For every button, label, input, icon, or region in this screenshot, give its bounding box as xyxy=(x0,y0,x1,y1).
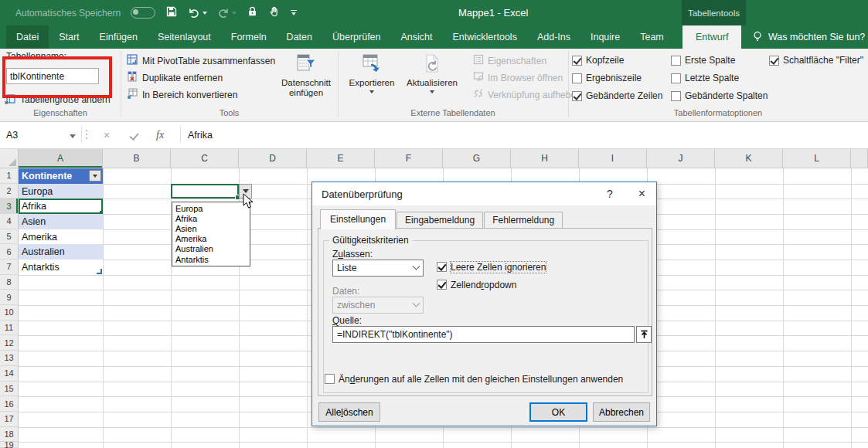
column-header-F[interactable]: F xyxy=(375,149,443,168)
checkbox-icon[interactable] xyxy=(671,73,681,83)
tab-addins[interactable]: Add-Ins xyxy=(527,25,580,49)
row-header-12[interactable]: 12 xyxy=(0,335,19,351)
column-header-B[interactable]: B xyxy=(103,149,171,168)
row-header-5[interactable]: 5 xyxy=(0,229,19,245)
option-erste-spalte[interactable]: Erste Spalte xyxy=(671,55,735,66)
caret-down-icon[interactable] xyxy=(430,90,434,93)
tab-seitenlayout[interactable]: Seitenlayout xyxy=(148,25,221,49)
row-header-16[interactable]: 16 xyxy=(0,396,19,412)
option-gebaenderte-zeilen[interactable]: Gebänderte Zeilen xyxy=(572,90,662,101)
tab-formeln[interactable]: Formeln xyxy=(221,25,277,49)
row-header-15[interactable]: 15 xyxy=(0,382,19,397)
option-letzte-spalte[interactable]: Letzte Spalte xyxy=(671,73,739,83)
tab-team[interactable]: Team xyxy=(630,25,674,49)
ignore-blank-checkbox[interactable]: Leere Zellen ignorieren xyxy=(437,262,546,273)
formula-input[interactable]: Afrika xyxy=(188,122,213,148)
tab-inquire[interactable]: Inquire xyxy=(580,25,630,49)
tab-daten[interactable]: Daten xyxy=(277,25,322,49)
column-header-E[interactable]: E xyxy=(307,149,375,168)
cell-A5[interactable]: Amerika xyxy=(19,229,103,245)
cell-A1[interactable]: Kontinente xyxy=(19,168,103,184)
ok-button[interactable]: OK xyxy=(529,402,587,422)
allow-select[interactable]: Liste xyxy=(332,260,424,277)
column-header-L[interactable]: L xyxy=(783,149,851,168)
checkbox-icon[interactable] xyxy=(572,56,582,66)
cell-C2-selection[interactable] xyxy=(171,184,239,199)
cell-A3[interactable]: Afrika xyxy=(19,199,103,214)
column-header-partial[interactable] xyxy=(851,149,868,168)
column-header-G[interactable]: G xyxy=(443,149,511,168)
option-ergebniszeile[interactable]: Ergebniszeile xyxy=(572,73,642,83)
row-header-6[interactable]: 6 xyxy=(0,244,19,260)
close-button[interactable]: × xyxy=(628,182,656,205)
help-button[interactable]: ? xyxy=(598,182,621,205)
row-header-17[interactable]: 17 xyxy=(0,412,19,427)
tab-ansicht[interactable]: Ansicht xyxy=(391,25,443,49)
option-gebaenderte-spalten[interactable]: Gebänderte Spalten xyxy=(671,90,768,101)
namebox-dropdown-icon[interactable] xyxy=(70,134,76,138)
undo-button[interactable] xyxy=(188,7,207,19)
checkbox-icon[interactable] xyxy=(572,73,582,83)
refresh-button[interactable]: Aktualisieren xyxy=(400,52,464,93)
checkbox-icon[interactable] xyxy=(572,91,582,101)
convert-to-range-button[interactable]: In Bereich konvertieren xyxy=(126,87,237,102)
checkbox-icon[interactable] xyxy=(437,262,447,272)
row-header-3[interactable]: 3 xyxy=(0,199,19,214)
dropdown-item[interactable]: Antarktis xyxy=(172,255,250,265)
column-header-I[interactable]: I xyxy=(579,149,647,168)
cell-A6[interactable]: Australien xyxy=(19,244,103,260)
autosave-toggle[interactable] xyxy=(131,7,155,19)
column-header-D[interactable]: D xyxy=(239,149,307,168)
insert-slicer-button[interactable]: Datenschnitt einfügen xyxy=(277,52,335,98)
option-kopfzeile[interactable]: Kopfzeile xyxy=(572,55,624,66)
dialog-tab-eingabemeldung[interactable]: Eingabemeldung xyxy=(397,212,483,229)
export-button[interactable]: Exportieren xyxy=(344,52,400,93)
clear-all-button[interactable]: Alle löschen xyxy=(318,402,380,422)
tab-entwurf[interactable]: Entwurf xyxy=(682,25,741,49)
fx-icon[interactable]: fx xyxy=(156,122,164,148)
cell-A7[interactable]: Antarktis xyxy=(19,260,103,275)
tab-start[interactable]: Start xyxy=(49,25,89,49)
dropdown-item[interactable]: Afrika xyxy=(172,214,250,224)
summarize-pivot-button[interactable]: Mit PivotTable zusammenfassen xyxy=(126,53,275,68)
dropdown-item[interactable]: Amerika xyxy=(172,234,250,244)
in-cell-dropdown-checkbox[interactable]: Zellendropdown xyxy=(437,280,516,290)
dropdown-item[interactable]: Australien xyxy=(172,244,250,254)
row-header-2[interactable]: 2 xyxy=(0,184,19,199)
column-header-H[interactable]: H xyxy=(511,149,579,168)
tab-einfgen[interactable]: Einfügen xyxy=(90,25,148,49)
enter-icon[interactable] xyxy=(129,131,138,141)
row-header-11[interactable]: 11 xyxy=(0,321,19,336)
tab-entwicklertools[interactable]: Entwicklertools xyxy=(443,25,527,49)
row-header-9[interactable]: 9 xyxy=(0,290,19,305)
column-header-A[interactable]: A xyxy=(19,149,103,168)
qat-customize-icon[interactable] xyxy=(291,10,297,15)
row-header-1[interactable]: 1 xyxy=(0,168,19,184)
checkbox-icon[interactable] xyxy=(437,280,447,290)
row-header-13[interactable]: 13 xyxy=(0,351,19,366)
save-icon[interactable] xyxy=(165,5,178,21)
apply-all-checkbox[interactable]: Änderungen auf alle Zellen mit den gleic… xyxy=(325,374,623,385)
column-header-J[interactable]: J xyxy=(647,149,715,168)
column-header-C[interactable]: C xyxy=(171,149,239,168)
option-filter-button[interactable]: Schaltfläche "Filter" xyxy=(769,55,863,66)
dropdown-item[interactable]: Europa xyxy=(172,204,250,214)
cell-A4[interactable]: Asien xyxy=(19,214,103,229)
chevron-down-icon[interactable] xyxy=(409,266,423,271)
table-resize-handle[interactable] xyxy=(97,269,102,274)
row-header-7[interactable]: 7 xyxy=(0,260,19,275)
dropdown-item[interactable]: Asien xyxy=(172,224,250,234)
cancel-button[interactable]: Abbrechen xyxy=(593,402,650,422)
checkbox-icon[interactable] xyxy=(769,56,779,66)
select-all-corner[interactable] xyxy=(0,149,19,168)
checkbox-icon[interactable] xyxy=(671,91,681,101)
lock-icon[interactable] xyxy=(247,5,258,21)
row-header-14[interactable]: 14 xyxy=(0,366,19,382)
checkbox-icon[interactable] xyxy=(671,56,681,66)
caret-down-icon[interactable] xyxy=(369,90,374,93)
undo-caret-icon[interactable] xyxy=(203,12,207,15)
dialog-tab-einstellungen[interactable]: Einstellungen xyxy=(320,209,396,229)
touch-mode-icon[interactable] xyxy=(268,5,281,21)
cancel-icon[interactable]: × xyxy=(104,122,110,148)
row-header-8[interactable]: 8 xyxy=(0,275,19,290)
